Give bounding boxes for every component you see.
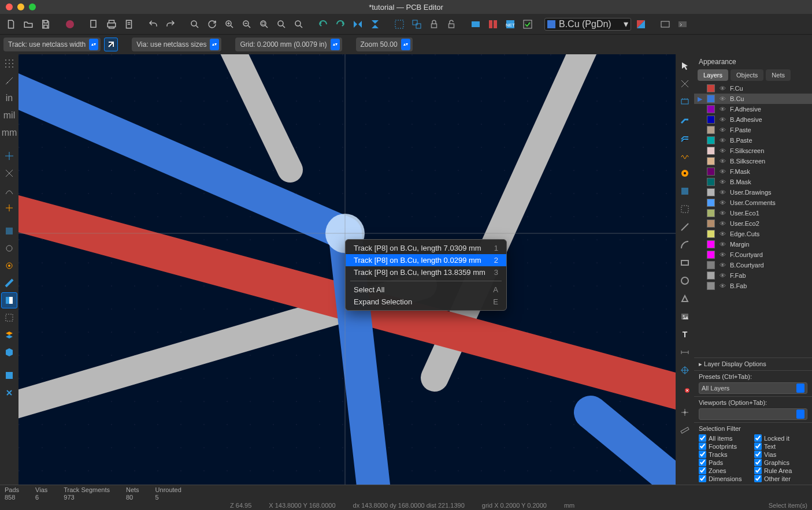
layer-row-user-drawings[interactable]: ▶👁User.Drawings	[694, 187, 812, 198]
cursor-shape-icon[interactable]	[1, 148, 17, 164]
filter-tracks[interactable]: Tracks	[699, 451, 752, 458]
close-window[interactable]	[6, 3, 13, 10]
menu-item-track-1[interactable]: Track [P8] on B.Cu, length 7.0309 mm1	[346, 242, 506, 254]
zoom-fit-icon[interactable]	[257, 17, 272, 32]
page-settings-icon[interactable]	[87, 17, 102, 32]
place-footprint-icon[interactable]	[677, 94, 693, 110]
ratsnest-curved-icon[interactable]	[1, 183, 17, 199]
layer-selector[interactable]: B.Cu (PgDn) ▾	[544, 18, 631, 31]
layer-row-margin[interactable]: ▶👁Margin	[694, 239, 812, 250]
zone-display-icon[interactable]	[1, 223, 17, 239]
undo-icon[interactable]	[146, 17, 161, 32]
filter-graphics[interactable]: Graphics	[754, 459, 807, 466]
layer-row-f-cu[interactable]: ▶👁F.Cu	[694, 83, 812, 94]
high-contrast-icon[interactable]	[1, 292, 17, 308]
filter-pads[interactable]: Pads	[699, 459, 752, 466]
layer-row-f-courtyard[interactable]: ▶👁F.Courtyard	[694, 250, 812, 260]
place-via-icon[interactable]	[677, 165, 693, 181]
zoom-window[interactable]	[29, 3, 36, 10]
zoom-objects-icon[interactable]	[274, 17, 289, 32]
place-rule-area-icon[interactable]	[677, 201, 693, 217]
grid-dropdown[interactable]: Grid: 0.2000 mm (0.0079 in)▴▾	[235, 38, 342, 51]
minimize-window[interactable]	[17, 3, 24, 10]
draw-poly-icon[interactable]	[677, 291, 693, 307]
layer-row-b-courtyard[interactable]: ▶👁B.Courtyard	[694, 260, 812, 270]
layer-row-edge-cuts[interactable]: ▶👁Edge.Cuts	[694, 229, 812, 239]
layer-row-f-paste[interactable]: ▶👁F.Paste	[694, 125, 812, 135]
delete-icon[interactable]	[677, 380, 693, 396]
place-origin-icon[interactable]	[677, 362, 693, 378]
route-diff-pair-icon[interactable]	[677, 129, 693, 146]
tab-layers[interactable]: Layers	[698, 69, 728, 81]
rotate-ccw-icon[interactable]	[316, 17, 331, 32]
place-dimension-icon[interactable]	[677, 344, 693, 360]
mirror-v-icon[interactable]	[368, 17, 383, 32]
refresh-icon[interactable]	[205, 17, 220, 32]
layer-row-user-eco2[interactable]: ▶👁User.Eco2	[694, 218, 812, 229]
grid-display-icon[interactable]	[1, 55, 17, 72]
console-icon[interactable]	[675, 17, 690, 32]
filter-zones[interactable]: Zones	[699, 467, 752, 474]
layer-row-b-silkscreen[interactable]: ▶👁B.Silkscreen	[694, 156, 812, 166]
layer-row-b-paste[interactable]: ▶👁B.Paste	[694, 135, 812, 146]
layer-row-f-silkscreen[interactable]: ▶👁F.Silkscreen	[694, 146, 812, 156]
layer-row-user-eco1[interactable]: ▶👁User.Eco1	[694, 208, 812, 218]
grid-override-icon[interactable]	[1, 73, 17, 89]
zoom-dropdown[interactable]: Zoom 50.00▴▾	[356, 38, 413, 51]
tune-length-icon[interactable]	[677, 147, 693, 163]
route-track-icon[interactable]	[677, 111, 693, 128]
footprint-editor-icon[interactable]	[468, 17, 483, 32]
layers-manager-icon[interactable]	[1, 327, 17, 343]
ratsnest-toggle-icon[interactable]	[1, 165, 17, 181]
place-zone-icon[interactable]	[677, 183, 693, 199]
redo-icon[interactable]	[163, 17, 178, 32]
layer-list[interactable]: ▶👁F.Cu▶👁B.Cu▶👁F.Adhesive▶👁B.Adhesive▶👁F.…	[694, 81, 812, 358]
rotate-cw-icon[interactable]	[333, 17, 348, 32]
track-width-dropdown[interactable]: Track: use netclass width▴▾	[3, 38, 101, 51]
lock-icon[interactable]	[427, 17, 442, 32]
menu-item-track-3[interactable]: Track [P8] on B.Cu, length 13.8359 mm3	[346, 266, 506, 278]
filter-vias[interactable]: Vias	[754, 451, 807, 458]
filter-dimensions[interactable]: Dimensions	[699, 475, 752, 482]
drc-icon[interactable]	[520, 17, 535, 32]
zoom-out-icon[interactable]	[239, 17, 254, 32]
net-inspector-icon[interactable]	[1, 310, 17, 326]
board-setup-icon[interactable]	[62, 17, 77, 32]
3d-viewer-icon[interactable]	[1, 344, 17, 360]
find-icon[interactable]	[187, 17, 202, 32]
draw-rect-icon[interactable]	[677, 255, 693, 271]
tab-nets[interactable]: Nets	[766, 69, 791, 81]
tab-objects[interactable]: Objects	[731, 69, 763, 81]
save-icon[interactable]	[38, 17, 53, 32]
layer-display-options-section[interactable]: ▸ Layer Display Options	[694, 358, 812, 370]
track-width-auto-button[interactable]	[104, 38, 118, 51]
filter-rule-area[interactable]: Rule Area	[754, 467, 807, 474]
layer-row-user-comments[interactable]: ▶👁User.Comments	[694, 198, 812, 208]
properties-panel-icon[interactable]	[1, 385, 17, 401]
track-display-icon[interactable]	[1, 275, 17, 291]
footprint-browser-icon[interactable]	[485, 17, 500, 32]
zoom-in-icon[interactable]	[222, 17, 237, 32]
grid-origin-icon[interactable]	[677, 404, 693, 420]
draw-arc-icon[interactable]	[677, 237, 693, 253]
via-size-dropdown[interactable]: Via: use netclass sizes▴▾	[132, 38, 221, 51]
layer-pairs-icon[interactable]	[633, 17, 648, 32]
local-ratsnest-icon[interactable]	[677, 76, 693, 92]
layer-row-b-cu[interactable]: ▶👁B.Cu	[694, 94, 812, 104]
print-icon[interactable]	[104, 17, 119, 32]
polar-coords-icon[interactable]: in	[1, 90, 17, 106]
layer-row-b-adhesive[interactable]: ▶👁B.Adhesive	[694, 114, 812, 125]
presets-dropdown[interactable]: All Layers	[699, 382, 807, 394]
layer-row-f-adhesive[interactable]: ▶👁F.Adhesive	[694, 104, 812, 114]
draw-line-icon[interactable]	[677, 219, 693, 235]
filter-other-iter[interactable]: Other iter	[754, 475, 807, 482]
appearance-panel-icon[interactable]	[1, 367, 17, 384]
layer-row-f-fab[interactable]: ▶👁F.Fab	[694, 270, 812, 281]
filter-footprints[interactable]: Footprints	[699, 442, 752, 450]
pcb-canvas[interactable]: Track [P8] on B.Cu, length 7.0309 mm1 Tr…	[18, 54, 676, 485]
scripting-icon[interactable]	[658, 17, 673, 32]
select-tool-icon[interactable]	[677, 58, 693, 74]
filter-all-items[interactable]: All items	[699, 434, 752, 442]
place-image-icon[interactable]	[677, 308, 693, 325]
place-text-icon[interactable]: T	[677, 326, 693, 343]
